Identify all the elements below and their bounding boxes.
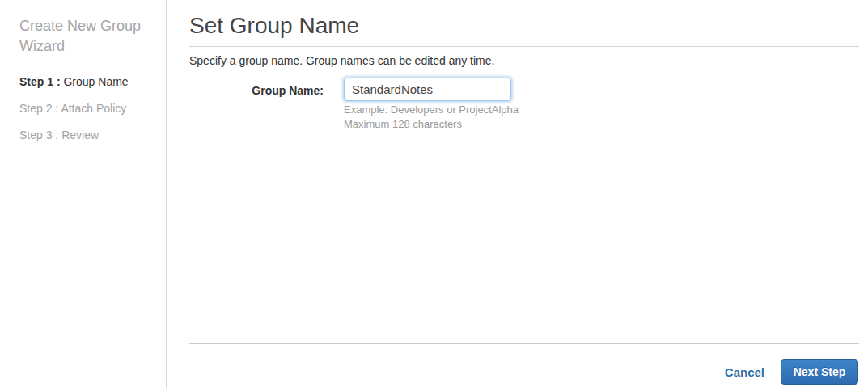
title-divider: [189, 46, 859, 47]
wizard-title: Create New Group Wizard: [19, 16, 150, 57]
page-title: Set Group Name: [189, 13, 359, 39]
step-prefix: Step 3 :: [19, 129, 58, 141]
next-step-button[interactable]: Next Step: [781, 359, 858, 385]
wizard-steps: Step 1 : Group Name Step 2 : Attach Poli…: [19, 76, 150, 141]
page-description: Specify a group name. Group names can be…: [189, 54, 494, 67]
step-item-review: Step 3 : Review: [19, 129, 150, 141]
step-prefix: Step 2 :: [19, 102, 58, 115]
step-item-attach-policy: Step 2 : Attach Policy: [19, 103, 150, 114]
footer-divider: [189, 343, 859, 344]
step-label: Attach Policy: [61, 102, 126, 115]
wizard-sidebar: Create New Group Wizard Step 1 : Group N…: [0, 0, 167, 388]
group-name-input[interactable]: [344, 78, 511, 101]
wizard-footer: Cancel Next Step: [725, 359, 858, 385]
group-name-hint-max: Maximum 128 characters: [344, 118, 462, 130]
step-label: Group Name: [63, 75, 128, 88]
step-prefix: Step 1 :: [19, 75, 61, 88]
wizard-main-panel: Set Group Name Specify a group name. Gro…: [189, 0, 859, 388]
cancel-button[interactable]: Cancel: [725, 365, 764, 379]
step-label: Review: [61, 129, 99, 141]
group-name-hint-example: Example: Developers or ProjectAlpha: [344, 103, 519, 116]
group-name-label: Group Name:: [189, 84, 324, 97]
step-item-group-name: Step 1 : Group Name: [19, 76, 150, 87]
